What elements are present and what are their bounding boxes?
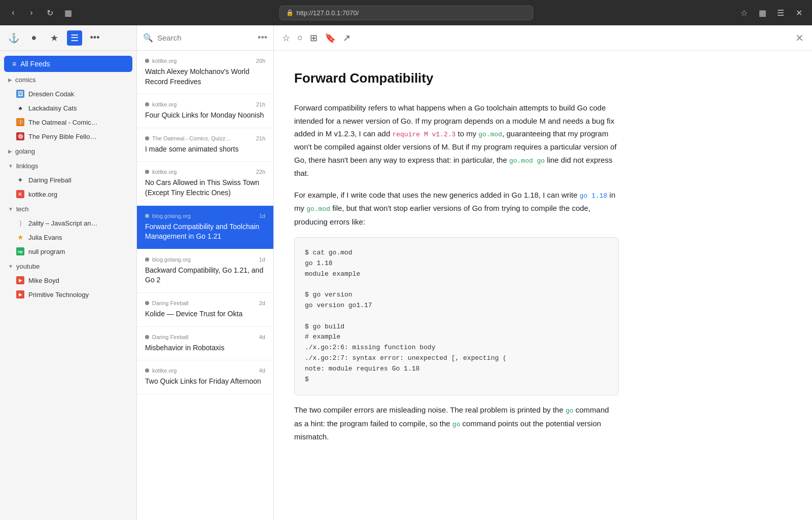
feed-item-daring[interactable]: ✦ Daring Fireball [0,173,136,187]
close-article-button[interactable]: ✕ [795,32,804,44]
feed-favicon-perry: 🌸 [16,132,24,140]
article-title: Misbehavior in Robotaxis [145,343,265,353]
article-title: Kolide — Device Trust for Okta [145,309,265,319]
p3-text: The two compiler errors are misleading n… [294,405,566,414]
category-group-youtube: ▼ youtube ▶ Mike Boyd ▶ Primitive Techno… [0,259,136,302]
source-dot [145,301,149,305]
article-source: Daring Fireball [152,334,189,340]
all-feeds-item[interactable]: ≡ All Feeds [4,56,132,72]
chevron-right-icon-golang: ▶ [8,148,12,154]
sidebar-toolbar: ⚓ ● ★ ☰ ••• [0,25,136,51]
category-header-youtube[interactable]: ▼ youtube [0,259,136,273]
bookmark-star-button[interactable]: ☆ [737,6,751,20]
extensions-button[interactable]: ▦ [755,6,769,20]
article-item-selected[interactable]: blog.golang.org 1d Forward Compatibility… [137,206,273,249]
feed-name-perry: The Perry Bible Fello… [28,133,128,140]
feed-articles: kottke.org 20h Watch Alexey Molchanov's … [137,51,273,520]
p2-end: file, but that won't stop earlier versio… [294,204,590,226]
reload-button[interactable]: ↻ [43,6,57,20]
category-header-golang[interactable]: ▶ golang [0,144,136,158]
feed-favicon-julia: ★ [16,233,24,241]
article-title: I made some animated shorts [145,144,265,155]
category-header-linklogs[interactable]: ▼ linklogs [0,159,136,173]
feed-item-dresden[interactable]: 🖼 Dresden Codak [0,87,136,101]
feed-name-null: null program [28,248,128,255]
article-source: kottke.org [152,101,176,107]
more-articles-button[interactable]: ••• [258,32,267,43]
feed-favicon-null: np [16,247,24,255]
article-item[interactable]: Daring Fireball 4d Misbehavior in Robota… [137,327,273,361]
feed-item-null[interactable]: np null program [0,244,136,258]
main-layout: ⚓ ● ★ ☰ ••• ≡ All Feeds ▶ comics 🖼 Dresd… [0,25,812,520]
article-item[interactable]: kottke.org 20h Watch Alexey Molchanov's … [137,51,273,94]
article-item[interactable]: The Oatmeal - Comics, Quizz… 21h I made … [137,128,273,162]
browser-chrome: ‹ › ↻ ▦ 🔒 http://127.0.0.1:7070/ ☆ ▦ ☰ ✕ [0,0,812,25]
forward-button[interactable]: › [24,6,39,20]
article-meta: kottke.org 20h [145,58,265,64]
feed-list: 🔍 ••• kottke.org 20h Watch Alexey Molcha… [137,25,274,520]
p1-code3: go.mod go [509,157,545,165]
circle-button[interactable]: ● [26,30,42,46]
p1-mid: to my [455,129,478,138]
article-item[interactable]: kottke.org 21h Four Quick Links for Mond… [137,94,273,128]
p3-code2: go [452,421,461,428]
menu-button[interactable]: ☰ [773,6,788,20]
tag-article-button[interactable]: ⊞ [310,32,317,44]
lock-icon: 🔒 [286,9,294,16]
article-item[interactable]: kottke.org 22h No Cars Allowed in This S… [137,162,273,205]
address-bar[interactable]: 🔒 http://127.0.0.1:7070/ [279,6,533,20]
back-button[interactable]: ‹ [6,6,20,20]
article-meta: kottke.org 22h [145,169,265,175]
search-input[interactable] [157,33,254,42]
category-header-comics[interactable]: ▶ comics [0,73,136,87]
bookmark-article-button[interactable]: ☆ [282,32,290,44]
feed-item-lackadaisy[interactable]: ♣ Lackadaisy Cats [0,101,136,115]
article-paragraph-3: The two compiler errors are misleading n… [294,403,619,443]
feed-name-daring: Daring Fireball [28,176,128,184]
anchor-button[interactable]: ⚓ [6,30,21,46]
feed-item-oatmeal[interactable]: 🎨 The Oatmeal - Comic… [0,115,136,129]
more-sidebar-button[interactable]: ••• [87,30,102,46]
article-age: 4d [259,334,265,340]
chevron-right-icon: ▶ [8,77,12,83]
source-dot [145,136,149,140]
article-meta: blog.golang.org 1d [145,213,265,219]
feed-item-kottke[interactable]: K kottke.org [0,187,136,201]
sidebar-nav: ≡ All Feeds ▶ comics 🖼 Dresden Codak ♣ L… [0,51,136,520]
close-window-button[interactable]: ✕ [792,6,806,20]
feed-item-2ality[interactable]: ⟩ 2ality – JavaScript an… [0,216,136,230]
p1-code1: require M v1.2.3 [392,131,455,138]
article-age: 1d [259,213,265,219]
article-paragraph-2: For example, if I write code that uses t… [294,189,619,228]
article-item[interactable]: kottke.org 4d Two Quick Links for Friday… [137,360,273,394]
feed-name-primitive: Primitive Technology [28,291,128,299]
feeds-icon: ≡ [12,60,16,68]
feed-favicon-primitive: ▶ [16,290,24,299]
p1-code2: go.mod [478,131,502,138]
article-item[interactable]: Daring Fireball 2d Kolide — Device Trust… [137,293,273,327]
feeds-button[interactable]: ☰ [67,30,82,46]
article-content: ☆ ○ ⊞ 🔖 ↗ ✕ Forward Compatibility Forwar… [274,25,812,520]
sidebar: ⚓ ● ★ ☰ ••• ≡ All Feeds ▶ comics 🖼 Dresd… [0,25,137,520]
save-article-button[interactable]: 🔖 [325,32,336,44]
feed-item-perry[interactable]: 🌸 The Perry Bible Fello… [0,129,136,143]
new-tab-button[interactable]: ▦ [61,6,75,20]
star-button[interactable]: ★ [47,30,62,46]
article-paragraph-1: Forward compatibility refers to what hap… [294,101,619,179]
feed-favicon-kottke: K [16,190,24,198]
category-header-tech[interactable]: ▼ tech [0,202,136,216]
feed-name-2ality: 2ality – JavaScript an… [28,219,128,227]
article-age: 2d [259,300,265,306]
article-heading: Forward Compatibility [294,67,619,89]
all-feeds-label: All Feeds [20,60,50,68]
feed-item-mike[interactable]: ▶ Mike Boyd [0,273,136,287]
circle-article-button[interactable]: ○ [297,32,303,43]
article-item[interactable]: blog.golang.org 1d Backward Compatibilit… [137,249,273,293]
source-dot [145,257,149,262]
article-title: Four Quick Links for Monday Noonish [145,110,265,121]
feed-name-kottke: kottke.org [28,191,128,198]
article-age: 20h [256,58,265,64]
open-external-button[interactable]: ↗ [343,32,350,44]
feed-item-primitive[interactable]: ▶ Primitive Technology [0,287,136,302]
feed-item-julia[interactable]: ★ Julia Evans [0,230,136,244]
